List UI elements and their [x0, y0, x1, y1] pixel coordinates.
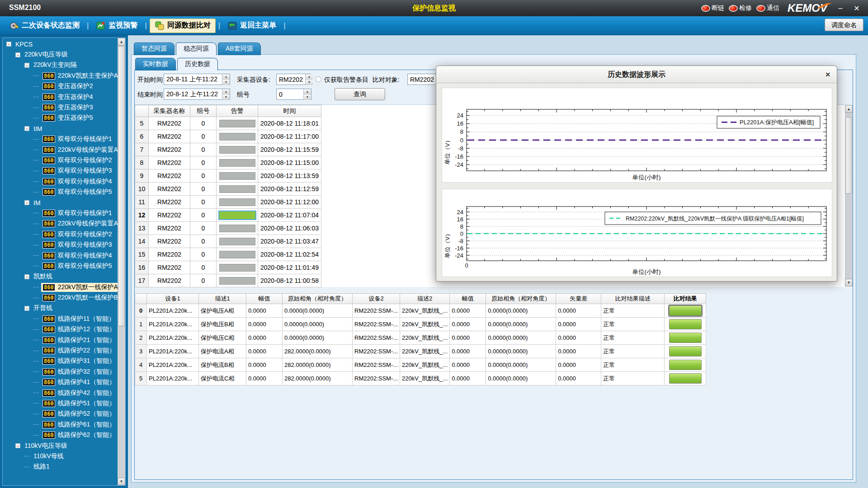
history-table-row[interactable]: 12RM220202020-08-12 11:07:04	[135, 209, 321, 222]
alarm-cell[interactable]	[217, 117, 258, 130]
history-table-row[interactable]: 13RM220202020-08-12 11:06:03	[135, 222, 321, 235]
alarm-cell[interactable]	[217, 222, 258, 235]
tree-item[interactable]: 860220kV母线保护装置A	[3, 145, 118, 155]
history-table-row[interactable]: 11RM220202020-08-12 11:12:00	[135, 196, 321, 209]
tree-item[interactable]: 860线路保护62（智能）	[3, 430, 118, 440]
tree-expander-icon[interactable]: -	[15, 52, 20, 57]
tree-item[interactable]: 860双母双分母线保护2	[3, 155, 118, 165]
alarm-bar-gray[interactable]	[219, 251, 255, 258]
toolbar-device-status-button[interactable]: 二次设备状态监测	[5, 19, 84, 33]
alarm-cell[interactable]	[217, 235, 258, 248]
history-table-row[interactable]: 14RM220202020-08-12 11:03:47	[135, 235, 321, 248]
alarm-bar-gray[interactable]	[219, 238, 255, 245]
history-table-row[interactable]: 7RM220202020-08-12 11:15:59	[135, 143, 321, 156]
tree-item[interactable]: 线路1	[3, 462, 118, 472]
tree-item[interactable]: 860变压器保护2	[3, 81, 118, 92]
tree-item[interactable]: 860双母双分母线保护1	[3, 208, 118, 218]
tree-expander-icon[interactable]: -	[24, 274, 29, 279]
spinner-arrows-icon[interactable]: ▲▼	[222, 89, 230, 99]
result-bar-green[interactable]	[669, 373, 702, 384]
tree-item[interactable]: 110kV母线	[3, 451, 118, 461]
history-table-row[interactable]: 17RM220202020-08-12 11:00:58	[135, 274, 321, 287]
tree-item[interactable]: -IIM	[3, 123, 118, 134]
tree-item[interactable]: 860双母双分母线保护3	[3, 166, 118, 176]
compare-result-cell[interactable]	[665, 345, 706, 358]
minimize-button[interactable]: –	[835, 4, 846, 12]
tree-item[interactable]: 860线路保护51（智能）	[3, 398, 118, 408]
tree-item[interactable]: 860双母双分母线保护4	[3, 250, 118, 261]
subtab-history-data[interactable]: 历史数据	[177, 58, 218, 70]
alarm-cell[interactable]	[217, 261, 258, 274]
result-bar-green[interactable]	[669, 346, 702, 357]
result-bar-green[interactable]	[669, 360, 702, 370]
spinner-arrows-icon[interactable]: ▲▼	[305, 74, 313, 84]
tab-ab-source[interactable]: AB套同源	[218, 42, 261, 55]
tree-item[interactable]: 860线路保护41（智能）	[3, 377, 118, 388]
alarm-bar-gray[interactable]	[219, 277, 255, 285]
group-number-input[interactable]: 0 ▲▼	[276, 89, 311, 100]
tree-expander-icon[interactable]: -	[24, 126, 29, 131]
tree-item[interactable]: 860双母双分母线保护5	[3, 187, 118, 197]
tree-item[interactable]: 860双母双分母线保护4	[3, 176, 118, 187]
collector-device-select[interactable]: RM2202 ▲▼	[276, 74, 311, 85]
scroll-up-arrow-icon[interactable]: ▲	[845, 105, 853, 113]
history-table-row[interactable]: 9RM220202020-08-12 11:13:59	[135, 169, 321, 183]
toolbar-return-main-menu-button[interactable]: 返回主菜单	[223, 19, 281, 33]
alarm-cell[interactable]	[217, 274, 258, 287]
compare-table-row[interactable]: 4PL2201A:220k...保护电流B相0.0000282.0000(0.0…	[135, 358, 706, 372]
alarm-bar-gray[interactable]	[219, 146, 255, 154]
result-bar-green[interactable]	[669, 319, 702, 329]
alarm-bar-gray[interactable]	[219, 264, 255, 272]
alarm-bar-selected-green[interactable]	[218, 211, 256, 220]
alarm-cell[interactable]	[217, 209, 258, 222]
compare-result-cell[interactable]	[665, 331, 706, 345]
toolbar-monitor-alert-button[interactable]: 监视预警	[91, 19, 142, 33]
tree-scrollbar[interactable]: ▲ ▼	[118, 38, 125, 485]
spinner-arrows-icon[interactable]: ▲▼	[222, 74, 230, 84]
tree-expander-icon[interactable]: -	[24, 63, 29, 68]
tree-item[interactable]: -KPCS	[3, 39, 118, 49]
tree-item[interactable]: 860线路保护52（智能）	[3, 409, 118, 419]
alarm-bar-gray[interactable]	[219, 225, 255, 232]
tree-item[interactable]: 860220kV凯默主变保护A	[3, 70, 118, 81]
spinner-arrows-icon[interactable]: ▲▼	[303, 89, 311, 99]
compare-table-row[interactable]: 3PL2201A:220k...保护电流A相0.0000282.0000(0.0…	[135, 345, 706, 358]
tree-item[interactable]: 860双母双分母线保护5	[3, 261, 118, 271]
subtab-realtime-data[interactable]: 实时数据	[135, 58, 176, 70]
alarm-cell[interactable]	[217, 130, 258, 143]
tree-item[interactable]: 860线路保护21（智能）	[3, 335, 118, 345]
compare-result-cell[interactable]	[665, 358, 706, 372]
history-table-row[interactable]: 5RM220202020-08-12 11:18:01	[135, 117, 321, 130]
tree-item[interactable]: 860线路保护12（智能）	[3, 324, 118, 335]
alarm-cell[interactable]	[217, 196, 258, 209]
tree-item[interactable]: 860变压器保护3	[3, 102, 118, 113]
tree-item[interactable]: 860220kV凯默一线保护B	[3, 292, 118, 303]
toolbar-data-compare-button[interactable]: 同源数据比对	[150, 19, 216, 33]
compare-result-cell[interactable]	[665, 372, 706, 385]
tree-item[interactable]: 860变压器保护4	[3, 92, 118, 102]
tree-item[interactable]: 860双母双分母线保护1	[3, 134, 118, 145]
alarm-cell[interactable]	[217, 143, 258, 156]
tree-item[interactable]: 860变压器保护5	[3, 113, 118, 123]
scroll-down-arrow-icon[interactable]: ▼	[845, 279, 853, 286]
tree-item[interactable]: -220kV电压等级	[3, 49, 118, 60]
tree-item[interactable]: 860线路保护61（智能）	[3, 419, 118, 430]
tree-item[interactable]: -开普线	[3, 303, 118, 314]
tree-expander-icon[interactable]: -	[24, 306, 29, 311]
scroll-down-arrow-icon[interactable]: ▼	[118, 478, 125, 485]
history-scrollbar-thumb[interactable]	[845, 117, 852, 194]
tab-transient-source[interactable]: 暂态同源	[134, 42, 175, 55]
alarm-cell[interactable]	[217, 183, 258, 196]
compare-table-row[interactable]: 5PL2201A:220k...保护电流C相0.0000282.0000(0.0…	[135, 372, 706, 385]
tree-item[interactable]: 860220kV凯默一线保护A	[3, 282, 118, 292]
alarm-bar-gray[interactable]	[219, 172, 255, 180]
tree-expander-icon[interactable]: -	[15, 443, 20, 448]
compare-table-row[interactable]: 2PL2201A:220k...保护电压C相0.00000.0000(0.000…	[135, 331, 706, 345]
tree-item[interactable]: 860双母双分母线保护3	[3, 239, 118, 250]
history-table-row[interactable]: 16RM220202020-08-12 11:01:49	[135, 261, 321, 274]
dialog-close-button[interactable]: ✕	[825, 66, 830, 83]
history-table-scrollbar[interactable]: ▲ ▼	[845, 105, 853, 286]
tree-item[interactable]: 860线路保护22（智能）	[3, 345, 118, 356]
tree-expander-icon[interactable]: -	[24, 200, 29, 205]
tree-item[interactable]: 860220kV母线保护装置A	[3, 219, 118, 229]
